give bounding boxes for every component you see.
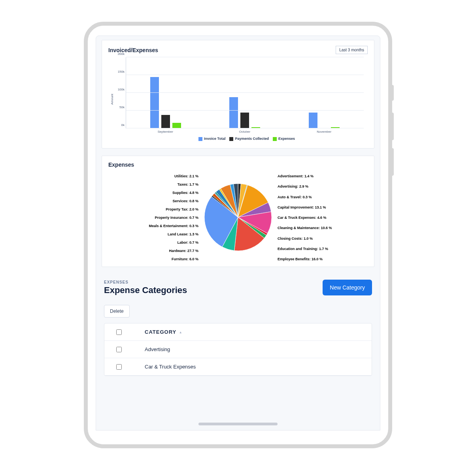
pie-label: Cleaning & Maintenance: 10.6 %	[278, 226, 332, 230]
column-header-category[interactable]: CATEGORY ▲	[129, 329, 367, 335]
legend-label: Expenses	[278, 137, 295, 141]
legend-label: Invoice Total	[204, 137, 225, 141]
pie-label: Closing Costs: 1.0 %	[278, 237, 313, 241]
pie-label: Supplies: 4.8 %	[172, 191, 198, 195]
legend-swatch	[273, 137, 277, 141]
pie-label: Car & Truck Expenses: 4.6 %	[278, 216, 327, 220]
pie-label: Capital Improvement: 13.1 %	[278, 205, 326, 209]
y-tick: 100k	[113, 88, 125, 91]
section-tag: EXPENSES	[104, 280, 187, 284]
bar	[172, 123, 181, 128]
pie-label: Taxes: 1.7 %	[178, 182, 198, 186]
delete-button[interactable]: Delete	[104, 305, 130, 318]
new-category-button[interactable]: New Category	[323, 280, 372, 295]
expense-categories-section: EXPENSES Expense Categories New Category…	[102, 274, 374, 381]
select-all-checkbox[interactable]	[116, 329, 122, 335]
date-range-select[interactable]: Last 3 months	[336, 46, 368, 54]
pie-label: Advertisement: 1.4 %	[278, 174, 314, 178]
bar-chart: Amount 0k50k100k150k200k SeptemberOctobe…	[108, 57, 368, 144]
section-title: Expense Categories	[104, 285, 187, 295]
legend-swatch	[198, 137, 202, 141]
category-cell: Advertising	[129, 346, 367, 352]
pie-label: Land Lease: 1.3 %	[168, 232, 198, 236]
screen: Invoiced/Expenses Last 3 months Amount 0…	[96, 36, 380, 431]
category-cell: Car & Truck Expenses	[129, 364, 367, 370]
y-tick: 200k	[113, 52, 125, 56]
pie-label: Advertising: 2.9 %	[278, 184, 308, 188]
bar	[229, 97, 238, 128]
volume-down-button	[391, 148, 394, 176]
bar-group	[205, 57, 284, 128]
pie-svg	[204, 184, 272, 251]
chart-legend: Invoice TotalPayments CollectedExpenses	[126, 137, 364, 141]
bar	[161, 115, 170, 128]
app-content: Invoiced/Expenses Last 3 months Amount 0…	[96, 36, 380, 430]
pie-label: Auto & Travel: 0.3 %	[278, 195, 312, 199]
bar	[309, 113, 317, 129]
section-header: EXPENSES Expense Categories New Category	[104, 280, 372, 295]
pie-label: Hardware: 27.7 %	[169, 249, 198, 253]
volume-up-button	[391, 113, 394, 140]
tablet-frame: Invoiced/Expenses Last 3 months Amount 0…	[84, 22, 392, 448]
sort-asc-icon: ▲	[179, 331, 183, 334]
y-tick: 0k	[113, 123, 125, 127]
bar	[240, 113, 249, 128]
legend-swatch	[229, 137, 233, 141]
pie-label: Labor: 0.7 %	[177, 241, 198, 244]
row-checkbox[interactable]	[116, 347, 122, 352]
bar-group	[285, 57, 364, 128]
pie-label: Property Tax: 2.0 %	[166, 207, 198, 211]
home-indicator[interactable]	[198, 423, 278, 425]
pie-label: Property Insurance: 0.7 %	[155, 216, 198, 220]
table-row[interactable]: Advertising	[104, 341, 372, 358]
expenses-pie-card: Expenses Advertisement: 1.4 %Advertising…	[102, 156, 374, 267]
bar	[150, 77, 159, 129]
pie-label: Furniture: 6.0 %	[172, 257, 198, 261]
y-tick: 50k	[113, 105, 125, 109]
power-button	[391, 85, 394, 101]
bar-group	[126, 57, 205, 128]
legend-label: Payments Collected	[235, 137, 269, 141]
plot-area: 0k50k100k150k200k	[126, 57, 364, 128]
table-row[interactable]: Car & Truck Expenses	[104, 358, 372, 376]
pie-label: Education and Training: 1.7 %	[278, 247, 328, 251]
invoiced-expenses-card: Invoiced/Expenses Last 3 months Amount 0…	[102, 40, 374, 149]
row-checkbox[interactable]	[116, 364, 122, 370]
pie-label: Services: 0.8 %	[172, 199, 198, 203]
y-tick: 150k	[113, 70, 125, 73]
x-tick: September	[126, 130, 205, 133]
pie-chart: Advertisement: 1.4 %Advertising: 2.9 %Au…	[108, 172, 368, 263]
pie-label: Meals & Entertainment: 0.3 %	[149, 224, 198, 228]
categories-table: CATEGORY ▲ AdvertisingCar & Truck Expens…	[104, 323, 372, 376]
pie-label: Utilities: 2.1 %	[174, 174, 198, 178]
card-title: Expenses	[108, 162, 134, 168]
x-axis-labels: SeptemberOctoberNovember	[126, 130, 364, 133]
x-tick: October	[205, 130, 285, 133]
y-axis-label: Amount	[110, 94, 114, 105]
x-tick: November	[284, 130, 364, 133]
pie-label: Employee Benefits: 16.0 %	[278, 257, 323, 261]
table-header-row: CATEGORY ▲	[104, 323, 372, 341]
